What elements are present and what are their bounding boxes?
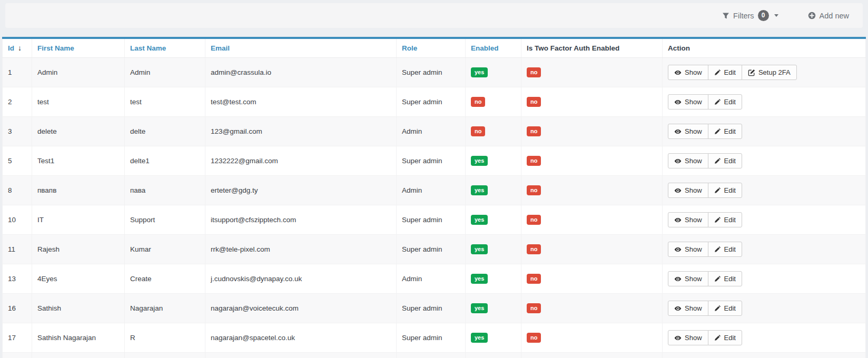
table-row: 134EyesCreatej.cudnovskis@dynapay.co.ukA… — [3, 264, 866, 294]
two-factor-badge: no — [527, 215, 541, 225]
cell-first-name: test — [32, 87, 125, 117]
column-header-role[interactable]: Role — [397, 38, 466, 58]
filters-button[interactable]: Filters 0 — [719, 9, 781, 22]
cell-two-factor: no — [521, 176, 663, 205]
button-label: Edit — [724, 127, 736, 136]
button-label: Show — [685, 97, 702, 106]
two-factor-badge: no — [527, 185, 541, 195]
edit-button[interactable]: Edit — [708, 271, 742, 286]
cell-last-name: Support — [125, 205, 205, 235]
column-label: Id — [8, 44, 14, 52]
table-row: 10ITSupportitsupport@cfszipptech.comSupe… — [3, 205, 866, 235]
cell-last-name: пава — [125, 176, 205, 205]
cell-two-factor: no — [521, 58, 663, 87]
show-button[interactable]: Show — [668, 94, 708, 110]
show-button[interactable]: Show — [668, 212, 708, 227]
cell-first-name: Rajesh — [32, 235, 125, 264]
edit-button[interactable]: Edit — [708, 124, 742, 139]
show-button[interactable]: Show — [668, 183, 708, 198]
edit-button[interactable]: Edit — [708, 301, 742, 316]
show-button[interactable]: Show — [668, 330, 708, 345]
edit-button[interactable]: Edit — [708, 183, 742, 198]
cell-enabled: no — [466, 117, 521, 146]
cell-enabled: yes — [466, 294, 521, 323]
cell-two-factor: no — [521, 294, 663, 323]
cell-email: test@test.com — [205, 87, 397, 117]
edit-button[interactable]: Edit — [708, 330, 742, 345]
action-button-group: ShowEdit — [668, 271, 742, 286]
column-header-id[interactable]: Id↓ — [3, 38, 32, 58]
cell-enabled: no — [466, 87, 521, 117]
edit-button[interactable]: Edit — [708, 65, 742, 80]
table-row: 2testtesttest@test.comSuper adminnonoSho… — [3, 87, 866, 117]
column-header-two-factor: Is Two Factor Auth Enabled — [521, 38, 663, 58]
add-new-button[interactable]: Add new — [805, 11, 852, 21]
show-button[interactable]: Show — [668, 271, 708, 286]
cell-actions: ShowEdit — [663, 353, 866, 358]
caret-down-icon — [774, 14, 778, 17]
action-button-group: ShowEdit — [668, 242, 742, 257]
button-label: Show — [685, 333, 702, 342]
edit-button[interactable]: Edit — [708, 94, 742, 110]
column-header-first-name[interactable]: First Name — [32, 38, 125, 58]
cell-email: itsupport@cfszipptech.com — [205, 205, 397, 235]
edit-button[interactable]: Edit — [708, 242, 742, 257]
cell-id: 8 — [3, 176, 32, 205]
column-label: Enabled — [471, 44, 499, 52]
cell-email: j.cudnovskis@dynapay.co.uk — [205, 264, 397, 294]
show-button[interactable]: Show — [668, 153, 708, 168]
pencil-icon — [714, 128, 721, 135]
show-button[interactable]: Show — [668, 65, 708, 80]
cell-email: admin@crassula.io — [205, 58, 397, 87]
eye-icon — [674, 187, 682, 194]
two-factor-badge: no — [527, 97, 541, 107]
button-label: Setup 2FA — [758, 68, 791, 77]
cell-last-name: delte1 — [125, 146, 205, 176]
cell-first-name: Admin — [32, 58, 125, 87]
show-button[interactable]: Show — [668, 124, 708, 139]
cell-enabled: yes — [466, 235, 521, 264]
cell-last-name: Nagarajan — [125, 294, 205, 323]
edit-button[interactable]: Edit — [708, 212, 742, 227]
cell-enabled: yes — [466, 323, 521, 353]
cell-last-name: Create — [125, 264, 205, 294]
cell-email: itsupport@spacetel.co.uk — [205, 353, 397, 358]
cell-actions: ShowEditSetup 2FA — [663, 58, 866, 87]
pencil-icon — [714, 98, 721, 105]
button-label: Edit — [724, 333, 736, 342]
action-button-group: ShowEdit — [668, 153, 742, 168]
cell-actions: ShowEdit — [663, 87, 866, 117]
cell-last-name: test — [125, 87, 205, 117]
eye-icon — [674, 334, 682, 342]
table-row: 16SathishNagarajannagarajan@voicetecuk.c… — [3, 294, 866, 323]
action-button-group: ShowEdit — [668, 124, 742, 139]
setup-2fa-button[interactable]: Setup 2FA — [742, 65, 797, 80]
column-header-last-name[interactable]: Last Name — [125, 38, 205, 58]
eye-icon — [674, 275, 682, 283]
cell-role: Super admin — [397, 235, 466, 264]
sort-desc-icon: ↓ — [18, 44, 22, 52]
button-label: Show — [685, 127, 702, 136]
cell-two-factor: no — [521, 146, 663, 176]
cell-role: Super admin — [397, 323, 466, 353]
cell-email: nagarajan@voicetecuk.com — [205, 294, 397, 323]
edit-button[interactable]: Edit — [708, 153, 742, 168]
cell-id: 13 — [3, 264, 32, 294]
column-header-email[interactable]: Email — [205, 38, 397, 58]
pencil-icon — [714, 246, 721, 253]
show-button[interactable]: Show — [668, 242, 708, 257]
pencil-icon — [714, 157, 721, 164]
cell-two-factor: no — [521, 235, 663, 264]
pencil-icon — [714, 69, 721, 76]
two-factor-badge: no — [527, 67, 541, 77]
table-row: 3deletedelte123@gmail.comAdminnonoShowEd… — [3, 117, 866, 146]
cell-last-name: delte — [125, 117, 205, 146]
show-button[interactable]: Show — [668, 301, 708, 316]
table-header-row: Id↓First NameLast NameEmailRoleEnabledIs… — [3, 38, 866, 58]
column-header-action: Action — [663, 38, 866, 58]
enabled-badge: yes — [471, 215, 488, 225]
button-label: Show — [685, 215, 702, 224]
cell-id: 19 — [3, 353, 32, 358]
column-header-enabled[interactable]: Enabled — [466, 38, 521, 58]
filters-label: Filters — [733, 12, 754, 20]
